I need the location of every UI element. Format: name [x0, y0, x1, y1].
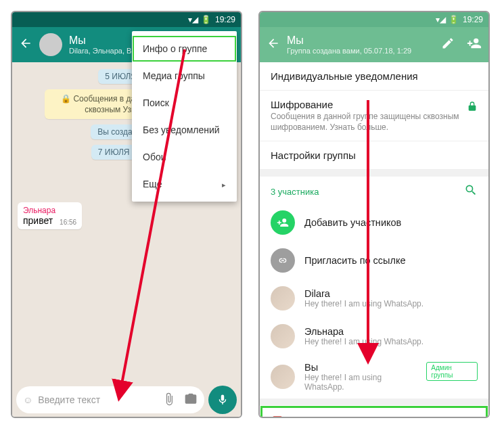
group-subtitle: Dilara, Эльнара, Вы [69, 47, 137, 55]
header-text[interactable]: Мы Dilara, Эльнара, Вы [69, 35, 137, 55]
member-avatar [271, 286, 295, 311]
group-settings-body[interactable]: Индивидуальные уведомления Шифрование Со… [260, 62, 488, 417]
member-row[interactable]: Эльнара Hey there! I am using WhatsApp. [260, 317, 488, 355]
chevron-right-icon: ▸ [222, 181, 226, 189]
members-header: 3 участника [260, 177, 488, 204]
group-title: Мы [287, 35, 411, 47]
invite-link[interactable]: Пригласить по ссылке [260, 242, 488, 279]
member-avatar [271, 324, 295, 348]
edit-icon[interactable] [441, 37, 455, 53]
status-time: 19:29 [463, 15, 483, 24]
battery-icon: 🔋 [449, 15, 459, 24]
emoji-icon[interactable]: ☺ [23, 394, 32, 405]
menu-wallpaper[interactable]: Обои [132, 143, 237, 170]
divider [260, 398, 488, 405]
group-title: Мы [69, 35, 137, 47]
leave-group-button[interactable]: Выйти из группы [260, 405, 488, 417]
back-icon[interactable] [19, 37, 32, 53]
battery-icon: 🔋 [201, 15, 211, 24]
signal-icon: ▾◢ [188, 15, 198, 24]
message-sender: Эльнара [23, 206, 76, 215]
message-input[interactable]: ☺ Введите текст [16, 386, 204, 413]
group-info-header: Мы Группа создана вами, 05.07.18, 1:29 [260, 27, 488, 62]
status-time: 19:29 [215, 15, 235, 24]
header-text: Мы Группа создана вами, 05.07.18, 1:29 [287, 35, 411, 55]
add-member-icon[interactable] [467, 36, 482, 53]
signal-icon: ▾◢ [436, 15, 446, 24]
exit-icon [271, 415, 284, 417]
custom-notifications[interactable]: Индивидуальные уведомления [260, 62, 488, 91]
member-count: 3 участника [271, 187, 464, 197]
back-icon[interactable] [267, 37, 280, 53]
menu-mute[interactable]: Без уведомлений [132, 116, 237, 143]
lock-icon [467, 101, 478, 114]
message-text: привет [23, 215, 53, 226]
group-avatar[interactable] [39, 33, 62, 56]
menu-search[interactable]: Поиск [132, 89, 237, 116]
status-bar: ▾◢ 🔋 19:29 [260, 12, 488, 27]
divider [260, 170, 488, 177]
menu-group-media[interactable]: Медиа группы [132, 62, 237, 89]
input-placeholder: Введите текст [38, 394, 100, 405]
status-bar: ▾◢ 🔋 19:29 [12, 12, 241, 27]
member-row[interactable]: Dilara Hey there! I am using WhatsApp. [260, 279, 488, 317]
message-incoming[interactable]: Эльнара привет 16:56 [18, 202, 82, 229]
search-members-icon[interactable] [464, 183, 478, 200]
encryption-section[interactable]: Шифрование Сообщения в данной группе защ… [260, 91, 488, 141]
phone-right: ▾◢ 🔋 19:29 Мы Группа создана вами, 05.07… [258, 11, 490, 418]
camera-icon[interactable] [184, 392, 198, 408]
add-members[interactable]: Добавить участников [260, 204, 488, 242]
message-time: 16:56 [60, 219, 76, 226]
add-icon [271, 210, 295, 235]
attach-icon[interactable] [162, 392, 176, 408]
input-bar: ☺ Введите текст [12, 383, 241, 417]
member-row[interactable]: Вы Hey there! I am using WhatsApp. Админ… [260, 355, 488, 398]
group-settings-link[interactable]: Настройки группы [260, 141, 488, 170]
member-avatar [271, 365, 295, 389]
phone-left: ▾◢ 🔋 19:29 Мы Dilara, Эльнара, Вы 5 ИЮЛЯ… [11, 11, 242, 418]
menu-more[interactable]: Еще▸ [132, 170, 237, 198]
overflow-menu: Инфо о группе Медиа группы Поиск Без уве… [132, 31, 237, 202]
group-created-info: Группа создана вами, 05.07.18, 1:29 [287, 47, 411, 55]
mic-button[interactable] [208, 386, 237, 414]
link-icon [271, 248, 295, 273]
admin-badge: Админ группы [426, 362, 478, 381]
menu-group-info[interactable]: Инфо о группе [132, 35, 237, 62]
